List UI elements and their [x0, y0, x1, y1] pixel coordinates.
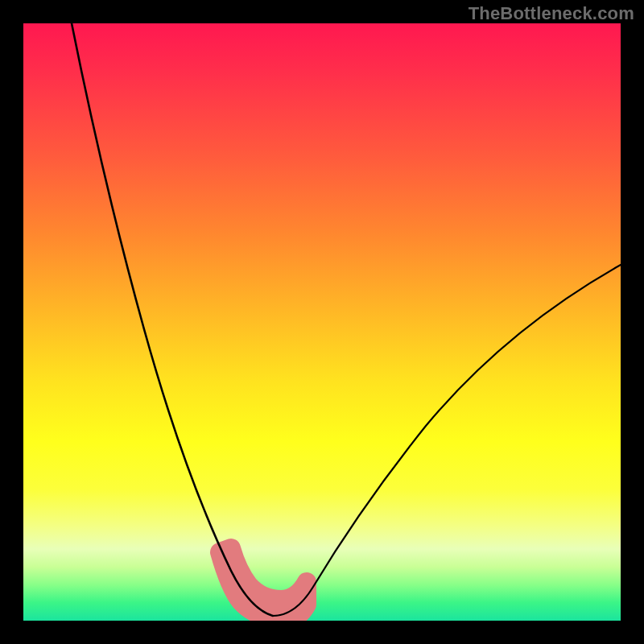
chart-stage: TheBottleneck.com: [0, 0, 644, 644]
curve-left-arm: [72, 23, 273, 616]
attribution-watermark: TheBottleneck.com: [469, 3, 634, 24]
curve-layer: [23, 23, 621, 621]
plot-area: [23, 23, 621, 621]
curve-right-arm: [273, 265, 621, 616]
